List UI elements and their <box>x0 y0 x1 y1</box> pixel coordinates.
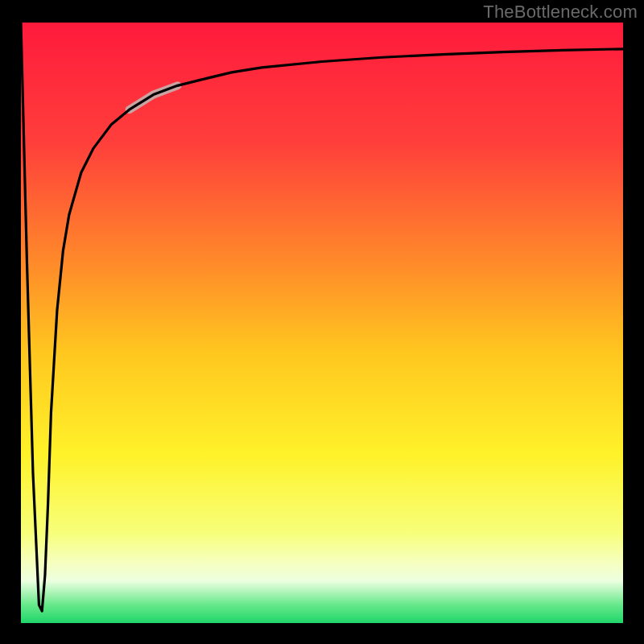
chart-svg <box>21 23 623 623</box>
plot-area <box>21 23 623 623</box>
watermark-text: TheBottleneck.com <box>483 2 638 23</box>
chart-frame: TheBottleneck.com <box>0 0 644 644</box>
gradient-background <box>21 23 623 623</box>
